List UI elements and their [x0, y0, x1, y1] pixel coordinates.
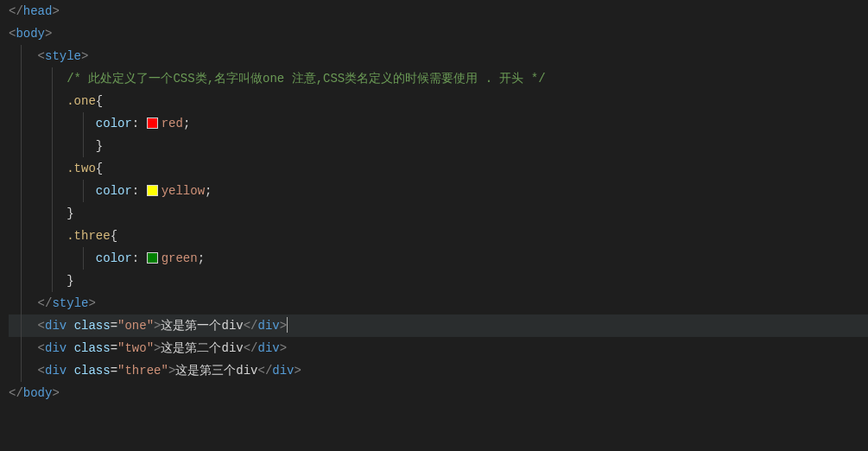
semicolon: ;	[205, 184, 212, 198]
tag-name: head	[23, 4, 53, 18]
tag-name: body	[16, 27, 45, 41]
tag-name: div	[272, 364, 294, 378]
code-line[interactable]: </style>	[9, 292, 868, 314]
bracket: <	[38, 364, 45, 378]
bracket: >	[280, 319, 287, 333]
bracket: </	[244, 341, 258, 355]
semicolon: ;	[198, 251, 205, 265]
tag-name: div	[258, 341, 280, 355]
equals: =	[111, 341, 117, 355]
text-content: 这是第三个div	[175, 364, 257, 378]
color-swatch-icon[interactable]	[147, 118, 158, 129]
code-line[interactable]: color: yellow;	[9, 180, 868, 202]
brace-close: }	[96, 139, 103, 153]
bracket: </	[9, 386, 23, 400]
code-line[interactable]: <div class="two">这是第二个div</div>	[9, 337, 868, 359]
css-selector: .three	[67, 229, 110, 243]
code-line[interactable]: </head>	[9, 0, 868, 22]
css-value: yellow	[162, 184, 205, 198]
attr-name: class	[74, 341, 111, 355]
code-line[interactable]: <div class="three">这是第三个div</div>	[9, 359, 868, 382]
css-selector: .two	[67, 162, 96, 175]
code-line[interactable]: <body>	[9, 22, 868, 45]
brace-open: {	[111, 229, 117, 243]
bracket: >	[88, 296, 95, 310]
colon: :	[132, 117, 139, 130]
bracket: >	[52, 386, 59, 400]
attr-value: "three"	[117, 364, 168, 378]
tag-name: div	[258, 319, 280, 333]
code-line[interactable]: color: red;	[9, 112, 868, 135]
color-swatch-icon[interactable]	[147, 252, 158, 264]
attr-name: class	[74, 319, 111, 333]
text-cursor-icon	[287, 317, 288, 333]
bracket: <	[38, 341, 45, 355]
code-line-active[interactable]: <div class="one">这是第一个div</div>	[9, 314, 868, 337]
tag-name: body	[23, 386, 53, 400]
equals: =	[111, 319, 117, 333]
css-property: color	[96, 251, 132, 265]
bracket: </	[38, 296, 53, 310]
bracket: <	[38, 49, 45, 63]
css-property: color	[96, 117, 132, 130]
code-line[interactable]: /* 此处定义了一个CSS类,名字叫做one 注意,CSS类名定义的时候需要使用…	[9, 67, 868, 90]
attr-name: class	[74, 364, 111, 378]
tag-name: style	[52, 296, 88, 310]
brace-open: {	[96, 94, 103, 108]
code-line[interactable]: .three{	[9, 225, 868, 247]
css-value: green	[162, 251, 198, 265]
tag-name: div	[45, 364, 67, 378]
brace-close: }	[67, 206, 73, 220]
brace-open: {	[96, 162, 103, 175]
attr-value: "one"	[117, 319, 154, 333]
code-line[interactable]: <style>	[9, 45, 868, 67]
css-value: red	[162, 117, 183, 130]
code-editor[interactable]: </head> <body> <style> /* 此处定义了一个CSS类,名字…	[0, 0, 868, 404]
css-property: color	[96, 184, 132, 198]
text-content: 这是第一个div	[161, 319, 243, 333]
bracket: >	[45, 27, 52, 41]
bracket: >	[280, 341, 287, 355]
color-swatch-icon[interactable]	[147, 185, 158, 196]
colon: :	[132, 251, 139, 265]
css-selector: .one	[67, 94, 96, 108]
bracket: </	[244, 319, 258, 333]
semicolon: ;	[183, 117, 190, 130]
brace-close: }	[67, 274, 73, 288]
code-line[interactable]: .one{	[9, 90, 868, 112]
text-content: 这是第二个div	[161, 341, 243, 355]
equals: =	[111, 364, 117, 378]
css-comment: /* 此处定义了一个CSS类,名字叫做one 注意,CSS类名定义的时候需要使用…	[67, 72, 545, 86]
bracket: <	[38, 319, 45, 333]
code-line[interactable]: .two{	[9, 157, 868, 180]
bracket: >	[81, 49, 88, 63]
bracket: </	[258, 364, 273, 378]
bracket: >	[52, 4, 59, 18]
code-line[interactable]: </body>	[9, 382, 868, 404]
attr-value: "two"	[117, 341, 154, 355]
code-line[interactable]: }	[9, 202, 868, 225]
code-line[interactable]: color: green;	[9, 247, 868, 270]
bracket: >	[295, 364, 301, 378]
tag-name: div	[45, 319, 67, 333]
tag-name: style	[45, 49, 81, 63]
tag-name: div	[45, 341, 67, 355]
colon: :	[132, 184, 139, 198]
bracket: </	[9, 4, 23, 18]
code-line[interactable]: }	[9, 270, 868, 292]
code-line[interactable]: }	[9, 135, 868, 157]
